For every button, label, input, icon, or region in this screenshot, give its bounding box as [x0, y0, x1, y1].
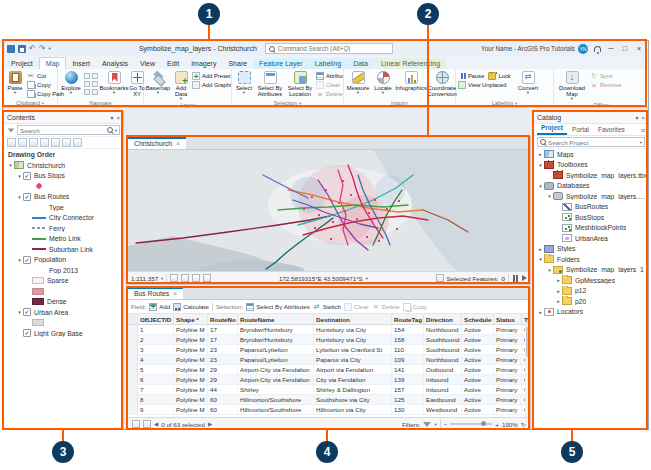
close-button[interactable]: ×: [632, 44, 646, 53]
remove-button[interactable]: Remove: [589, 81, 623, 89]
chevron-down-icon[interactable]: ▾: [115, 128, 117, 133]
tree-item-folders[interactable]: ▾Folders: [534, 254, 648, 265]
tree-item-busstops[interactable]: BusStops: [534, 212, 648, 223]
tree-item-bus-stops[interactable]: ▾✓Bus Stops: [4, 171, 123, 182]
table-row[interactable]: 2Polyline M17Bryndwr/HuntsburyHuntsbury …: [128, 335, 530, 345]
download-map-button[interactable]: ↓ Download Map▾: [555, 70, 589, 102]
close-icon[interactable]: ×: [116, 115, 120, 121]
tree-item-symbolize-map-layers-gdb[interactable]: ▾Symbolize_map_layers.gdb: [534, 191, 648, 202]
expander-icon[interactable]: ▾: [546, 267, 553, 273]
row-selector-cell[interactable]: [128, 375, 138, 384]
explore-button[interactable]: Explore▾: [59, 70, 83, 99]
snapping-icon[interactable]: [192, 274, 200, 282]
expander-icon[interactable]: ▾: [7, 162, 14, 168]
tab-imagery[interactable]: Imagery: [185, 58, 222, 69]
tab-share[interactable]: Share: [222, 58, 253, 69]
table-scrollbar[interactable]: [525, 325, 530, 417]
coordinate-conversion-button[interactable]: Coordinate Conversion: [427, 70, 457, 99]
pause-labeling-button[interactable]: Pause: [457, 72, 485, 80]
tree-item-maps[interactable]: ▸Maps: [534, 149, 648, 160]
list-by-selection-icon[interactable]: [29, 138, 38, 147]
convert-labels-button[interactable]: ⇄ Convert▾: [515, 70, 541, 99]
list-by-labeling-icon[interactable]: [62, 138, 71, 147]
add-preset-button[interactable]: Add Preset▾: [191, 72, 231, 80]
tree-item-p20[interactable]: ▸p20: [534, 296, 648, 307]
bookmarks-button[interactable]: Bookmarks▾: [100, 70, 128, 99]
row-selector-cell[interactable]: [128, 345, 138, 354]
visibility-checkbox[interactable]: ✓: [23, 256, 31, 264]
tree-item-light-gray-base[interactable]: ✓Light Gray Base: [4, 328, 123, 339]
map-coordinates[interactable]: 172.5819315°E 43.5009471°S: [279, 275, 363, 282]
visibility-checkbox[interactable]: ✓: [23, 193, 31, 201]
catalog-tab-portal[interactable]: Portal: [568, 125, 593, 135]
zoom-out-button[interactable]: −: [444, 421, 448, 428]
symbol-swatch-line-green[interactable]: [32, 238, 46, 240]
visibility-checkbox[interactable]: ✓: [23, 329, 31, 337]
pane-menu-icon[interactable]: ▾: [635, 114, 638, 121]
paste-button[interactable]: Paste▾: [4, 70, 26, 99]
tree-item-toolboxes[interactable]: ▾Toolboxes: [534, 160, 648, 171]
symbol-swatch-line-dash[interactable]: [32, 227, 46, 229]
list-by-charts-icon[interactable]: [73, 138, 82, 147]
close-icon[interactable]: ×: [641, 115, 645, 121]
command-search[interactable]: [265, 43, 393, 54]
expander-icon[interactable]: ▾: [16, 309, 23, 315]
row-selector-cell[interactable]: [128, 385, 138, 394]
bookmarks-icon[interactable]: [170, 274, 178, 282]
tree-item-symbolize-map-layers-tbx[interactable]: Symbolize_map_layers.tbx: [534, 170, 648, 181]
zoom-slider[interactable]: [450, 423, 492, 425]
expander-icon[interactable]: ▾: [16, 257, 23, 263]
tree-item-sparse[interactable]: Sparse: [4, 276, 123, 287]
save-button[interactable]: [18, 45, 26, 53]
column-header-destination[interactable]: Destination: [314, 314, 392, 324]
maximize-button[interactable]: □: [618, 44, 632, 53]
symbol-swatch-line-maroon[interactable]: [32, 248, 46, 250]
measure-button[interactable]: Measure▾: [345, 70, 371, 99]
list-by-data-source-icon[interactable]: [18, 138, 27, 147]
select-button[interactable]: Select▾: [233, 70, 255, 99]
tab-map[interactable]: Map: [39, 57, 67, 69]
expander-icon[interactable]: ▸: [537, 246, 544, 252]
tree-item-suburban-link[interactable]: Suburban Link: [4, 244, 123, 255]
tab-edit[interactable]: Edit: [161, 58, 185, 69]
add-data-button[interactable]: Add Data▾: [171, 70, 191, 102]
column-header-routeno[interactable]: RouteNo: [208, 314, 238, 324]
dialog-launcher-icon[interactable]: ▾: [42, 101, 44, 106]
clear-selection-button[interactable]: Clear: [344, 303, 369, 311]
map-scale[interactable]: 1:211,357: [131, 275, 158, 282]
select-by-attributes-button[interactable]: Select By Attributes: [255, 70, 285, 99]
infographics-button[interactable]: Infographics: [395, 70, 427, 99]
filter-icon[interactable]: [423, 422, 431, 427]
tree-item-urban-area[interactable]: ▾✓Urban Area: [4, 307, 123, 318]
tab-linear-referencing[interactable]: Linear Referencing: [375, 58, 446, 69]
catalog-search[interactable]: ▾: [537, 137, 645, 147]
catalog-tab-project[interactable]: Project: [537, 123, 567, 135]
notifications-bell-icon[interactable]: [594, 46, 601, 52]
visibility-checkbox[interactable]: ✓: [23, 172, 31, 180]
expander-icon[interactable]: ▸: [555, 288, 562, 294]
visibility-checkbox[interactable]: ✓: [23, 308, 31, 316]
row-selector-cell[interactable]: [128, 395, 138, 404]
close-icon[interactable]: ×: [173, 290, 177, 297]
pause-drawing-icon[interactable]: [512, 275, 519, 282]
tab-data[interactable]: Data: [347, 58, 374, 69]
tree-item-databases[interactable]: ▾Databases: [534, 181, 648, 192]
column-header-objectid[interactable]: OBJECTID *: [138, 314, 174, 324]
expander-icon[interactable]: ▾: [16, 173, 23, 179]
expander-icon[interactable]: ▸: [555, 277, 562, 283]
tree-item-gpmessages[interactable]: ▸GpMessages: [534, 275, 648, 286]
tree-item-symbolize-map-layers-1[interactable]: ▾Symbolize_map_layers_1: [534, 265, 648, 276]
customize-qat-caret-icon[interactable]: ▾: [48, 46, 50, 51]
map-canvas[interactable]: [128, 150, 530, 271]
column-header-schedule[interactable]: Schedule: [462, 314, 494, 324]
add-field-button[interactable]: Add: [149, 303, 170, 311]
view-unplaced-button[interactable]: View Unplaced: [457, 81, 515, 89]
clear-selection-button[interactable]: Clear: [315, 81, 343, 89]
table-row[interactable]: 1Polyline M17Bryndwr/HuntsburyHuntsbury …: [128, 325, 530, 335]
tree-item-dense[interactable]: Dense: [4, 297, 123, 308]
select-by-attributes-button[interactable]: Select By Attributes: [246, 303, 310, 311]
symbol-swatch-fill-light[interactable]: [32, 277, 44, 284]
table-tab-bus-routes[interactable]: Bus Routes ×: [128, 287, 183, 299]
column-header-shape[interactable]: Shape *: [174, 314, 208, 324]
zoom-in-button[interactable]: +: [495, 421, 499, 428]
